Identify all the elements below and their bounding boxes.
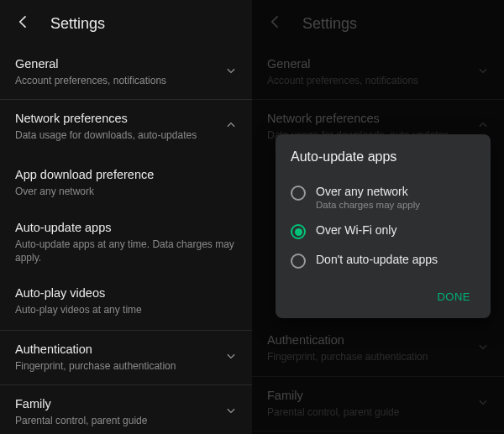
chevron-down-icon	[477, 396, 489, 411]
header: Settings	[252, 0, 504, 45]
radio-icon-selected	[291, 224, 306, 239]
radio-label: Over any network	[316, 185, 420, 198]
settings-panel-left: Settings General Account preferences, no…	[0, 0, 252, 434]
page-title: Settings	[302, 15, 357, 33]
chevron-down-icon	[477, 341, 489, 356]
chevron-down-icon	[225, 65, 237, 80]
section-sub: Account preferences, notifications	[15, 74, 237, 87]
item-title: Auto-play videos	[15, 286, 237, 300]
item-title: Auto-update apps	[15, 221, 237, 234]
item-auto-play[interactable]: Auto-play videos Auto-play videos at any…	[0, 275, 252, 331]
back-icon[interactable]	[267, 13, 284, 34]
section-sub: Fingerprint, purchase authentication	[15, 359, 237, 373]
section-general[interactable]: General Account preferences, notificatio…	[252, 45, 504, 100]
item-sub: Auto-play videos at any time	[15, 303, 237, 316]
item-app-download[interactable]: App download preference Over any network	[0, 157, 252, 209]
page-title: Settings	[50, 15, 105, 33]
radio-option-any-network[interactable]: Over any network Data charges may apply	[291, 178, 475, 217]
chevron-down-icon	[225, 350, 237, 365]
radio-option-wifi-only[interactable]: Over Wi-Fi only	[291, 217, 475, 246]
item-title: App download preference	[15, 168, 237, 181]
radio-label: Over Wi-Fi only	[316, 223, 396, 237]
chevron-down-icon	[477, 65, 489, 80]
section-auth[interactable]: Authentication Fingerprint, purchase aut…	[0, 331, 252, 385]
section-sub: Fingerprint, purchase authentication	[267, 350, 489, 363]
section-title: Network preferences	[15, 112, 237, 125]
section-title: General	[267, 57, 489, 71]
network-subitems: App download preference Over any network…	[0, 154, 252, 331]
chevron-up-icon	[225, 119, 237, 134]
section-auth[interactable]: Authentication Fingerprint, purchase aut…	[252, 322, 504, 376]
radio-icon	[291, 186, 306, 201]
auto-update-dialog: Auto-update apps Over any network Data c…	[276, 134, 491, 318]
chevron-down-icon	[225, 405, 237, 420]
dialog-actions: DONE	[291, 284, 475, 310]
section-title: Family	[267, 389, 489, 402]
section-family[interactable]: Family Parental control, parent guide	[252, 377, 504, 431]
chevron-up-icon	[477, 119, 489, 134]
section-sub: Data usage for downloads, auto-updates	[15, 128, 237, 142]
section-family[interactable]: Family Parental control, parent guide	[0, 385, 252, 434]
radio-icon	[291, 254, 306, 269]
dialog-title: Auto-update apps	[291, 149, 475, 165]
section-general[interactable]: General Account preferences, notificatio…	[0, 45, 252, 100]
section-network[interactable]: Network preferences Data usage for downl…	[0, 100, 252, 154]
section-title: Family	[15, 397, 237, 410]
header: Settings	[0, 0, 252, 45]
settings-panel-right: Settings General Account preferences, no…	[252, 0, 504, 434]
section-title: Network preferences	[267, 112, 489, 125]
done-button[interactable]: DONE	[432, 284, 475, 310]
item-auto-update[interactable]: Auto-update apps Auto-update apps at any…	[0, 210, 252, 275]
section-title: General	[15, 57, 237, 71]
section-sub: Parental control, parent guide	[267, 405, 489, 419]
section-sub: Account preferences, notifications	[267, 74, 489, 87]
radio-option-dont-update[interactable]: Don't auto-update apps	[291, 246, 475, 275]
section-title: Authentication	[267, 333, 489, 347]
radio-label: Don't auto-update apps	[316, 253, 438, 266]
radio-sub: Data charges may apply	[316, 200, 420, 210]
item-sub: Auto-update apps at any time. Data charg…	[15, 238, 237, 264]
back-icon[interactable]	[15, 13, 32, 34]
item-sub: Over any network	[15, 185, 237, 198]
section-title: Authentication	[15, 342, 237, 356]
section-sub: Parental control, parent guide	[15, 414, 237, 427]
